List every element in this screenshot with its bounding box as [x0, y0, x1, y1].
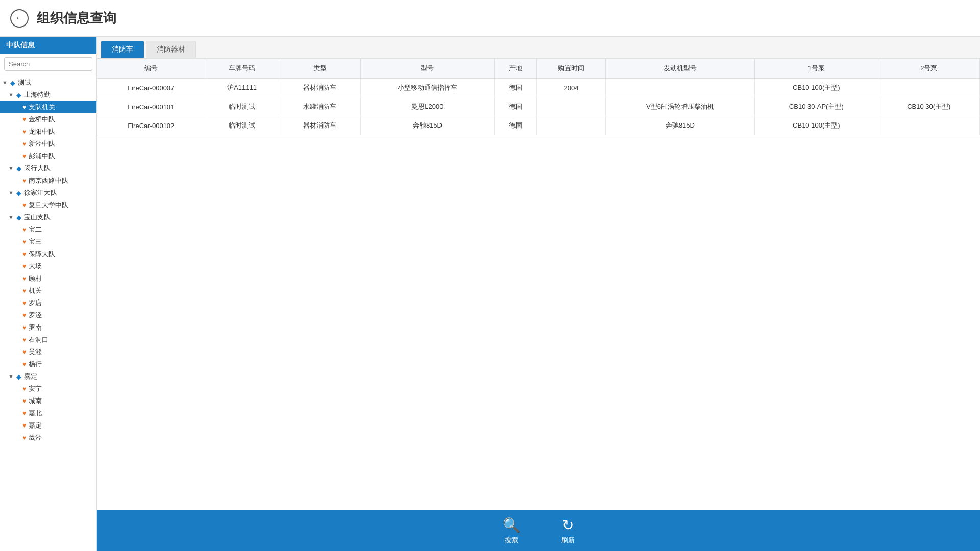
tree-item-xujiahui-dazhi[interactable]: ▼ ◆ 徐家汇大队 [0, 187, 96, 199]
col-header: 2号泵 [878, 59, 979, 79]
table-row[interactable]: FireCar-000101临时测试水罐消防车曼恩L2000德国V型6缸涡轮增压… [97, 97, 980, 116]
cell-cpbm: 临时测试 [205, 97, 279, 116]
search-button[interactable]: 🔍 搜索 [503, 517, 521, 545]
tab-firecar[interactable]: 消防车 [101, 41, 144, 58]
tree-item-shidongkou[interactable]: ♥ 石洞口 [0, 334, 96, 346]
cell-lx: 水罐消防车 [279, 97, 361, 116]
refresh-icon: ↻ [562, 517, 574, 534]
table-row[interactable]: FireCar-000102临时测试器材消防车奔驰815D德国奔驰815DCB1… [97, 116, 980, 135]
toggle-icon [14, 337, 21, 343]
table-row[interactable]: FireCar-000007沪A11111器材消防车小型移动通信指挥车德国200… [97, 79, 980, 97]
node-icon: ◆ [16, 214, 21, 221]
tree-label: 机关 [29, 286, 42, 295]
tree-item-pengpu-zhongdui[interactable]: ♥ 彭浦中队 [0, 150, 96, 162]
leaf-icon: ♥ [22, 397, 26, 405]
toggle-icon [14, 141, 21, 147]
back-button[interactable]: ← [10, 9, 29, 28]
tree-item-luonan[interactable]: ♥ 罗南 [0, 321, 96, 334]
tab-fangqi[interactable]: 消防器材 [146, 41, 196, 58]
toggle-icon: ▼ [8, 373, 15, 380]
refresh-button[interactable]: ↻ 刷新 [561, 517, 575, 545]
tree-item-yanghang[interactable]: ♥ 杨行 [0, 358, 96, 370]
tree-item-jiading-leaf[interactable]: ♥ 嘉定 [0, 419, 96, 432]
toggle-icon [14, 178, 21, 184]
toggle-icon [14, 288, 21, 294]
toggle-icon [14, 435, 21, 441]
main-layout: 中队信息 ▼ ◆ 测试 ▼ ◆ 上海特勤 ♥ 支队机关 ♥ 金桥中队 ♥ 龙阳中… [0, 37, 980, 551]
tree-label: 新泾中队 [29, 139, 55, 148]
leaf-icon: ♥ [22, 177, 26, 184]
tree-label: 城南 [29, 396, 42, 406]
tree-item-ceshi[interactable]: ▼ ◆ 测试 [0, 77, 96, 89]
tree-label: 闵行大队 [24, 164, 51, 173]
sidebar-header: 中队信息 [0, 37, 96, 54]
tree-item-chengnan[interactable]: ♥ 城南 [0, 395, 96, 407]
cell-lx: 器材消防车 [279, 79, 361, 97]
tree-item-longyang-zhongdui[interactable]: ♥ 龙阳中队 [0, 126, 96, 138]
leaf-icon: ♥ [22, 275, 26, 282]
leaf-icon: ♥ [22, 287, 26, 294]
tree-item-jiading[interactable]: ▼ ◆ 嘉定 [0, 370, 96, 383]
tree-label: 支队机关 [29, 103, 55, 112]
tree-label: 安宁 [29, 384, 42, 393]
leaf-icon: ♥ [22, 226, 26, 233]
tree-item-anning[interactable]: ♥ 安宁 [0, 383, 96, 395]
tree-item-minhang-dazhi[interactable]: ▼ ◆ 闵行大队 [0, 162, 96, 174]
cell-p2 [878, 79, 979, 97]
search-input[interactable] [4, 57, 92, 71]
tree-item-nanjingxilu[interactable]: ♥ 南京西路中队 [0, 174, 96, 187]
tree-item-zhangjing[interactable]: ♥ 戬泾 [0, 432, 96, 444]
cell-bh: FireCar-000007 [97, 79, 205, 97]
tree-label: 彭浦中队 [29, 152, 55, 161]
tabs-bar: 消防车消防器材 [97, 37, 980, 58]
tree-item-wusong[interactable]: ♥ 吴淞 [0, 346, 96, 358]
tree-item-jiguan[interactable]: ♥ 机关 [0, 285, 96, 297]
tree-label: 罗店 [29, 298, 42, 308]
leaf-icon: ♥ [22, 238, 26, 245]
col-header: 发动机型号 [605, 59, 754, 79]
cell-cd: 德国 [494, 79, 537, 97]
table-container: 编号车牌号码类型型号产地购置时间发动机型号1号泵2号泵 FireCar-0000… [97, 58, 980, 510]
col-header: 产地 [494, 59, 537, 79]
toggle-icon: ▼ [8, 165, 15, 171]
tree-item-baozhang-dazhi[interactable]: ♥ 保障大队 [0, 248, 96, 260]
toggle-icon [14, 251, 21, 257]
tree-item-jiabei[interactable]: ♥ 嘉北 [0, 407, 96, 419]
tree-item-baoer[interactable]: ♥ 宝二 [0, 223, 96, 236]
tree-item-gucun[interactable]: ♥ 顾村 [0, 272, 96, 285]
cell-cd: 德国 [494, 97, 537, 116]
cell-xh: 曼恩L2000 [361, 97, 494, 116]
leaf-icon: ♥ [22, 263, 26, 270]
tree-item-zhidui-jiguan[interactable]: ♥ 支队机关 [0, 101, 96, 113]
tree-item-xinze-zhongdui[interactable]: ♥ 新泾中队 [0, 138, 96, 150]
leaf-icon: ♥ [22, 312, 26, 319]
tree-item-baosan[interactable]: ♥ 宝三 [0, 236, 96, 248]
tree-item-luodian[interactable]: ♥ 罗店 [0, 297, 96, 309]
search-label: 搜索 [505, 536, 518, 545]
node-icon: ◆ [16, 165, 21, 172]
leaf-icon: ♥ [22, 202, 26, 209]
content-area: 消防车消防器材 编号车牌号码类型型号产地购置时间发动机型号1号泵2号泵 Fire… [97, 37, 980, 551]
leaf-icon: ♥ [22, 140, 26, 147]
toggle-icon [14, 276, 21, 282]
tree-item-luojing[interactable]: ♥ 罗泾 [0, 309, 96, 321]
tree-item-baoshan-zhidui[interactable]: ▼ ◆ 宝山支队 [0, 211, 96, 223]
cell-fdjxh: 奔驰815D [605, 116, 754, 135]
node-icon: ◆ [16, 373, 21, 381]
cell-gzsj [537, 97, 606, 116]
toggle-icon [14, 324, 21, 331]
tree-item-fudan-zhongdui[interactable]: ♥ 复旦大学中队 [0, 199, 96, 211]
cell-cpbm: 临时测试 [205, 116, 279, 135]
cell-fdjxh [605, 79, 754, 97]
col-header: 1号泵 [755, 59, 878, 79]
tree-item-dachang[interactable]: ♥ 大场 [0, 260, 96, 272]
leaf-icon: ♥ [22, 434, 26, 441]
leaf-icon: ♥ [22, 251, 26, 258]
toggle-icon [14, 202, 21, 208]
cell-p1: CB10 100(主型) [755, 79, 878, 97]
tree-item-shanghai-teda[interactable]: ▼ ◆ 上海特勤 [0, 89, 96, 101]
bottom-toolbar: 🔍 搜索 ↻ 刷新 [97, 510, 980, 551]
tree-item-jinqiao-zhongdui[interactable]: ♥ 金桥中队 [0, 113, 96, 126]
leaf-icon: ♥ [22, 422, 26, 429]
page-title: 组织信息查询 [37, 9, 116, 27]
